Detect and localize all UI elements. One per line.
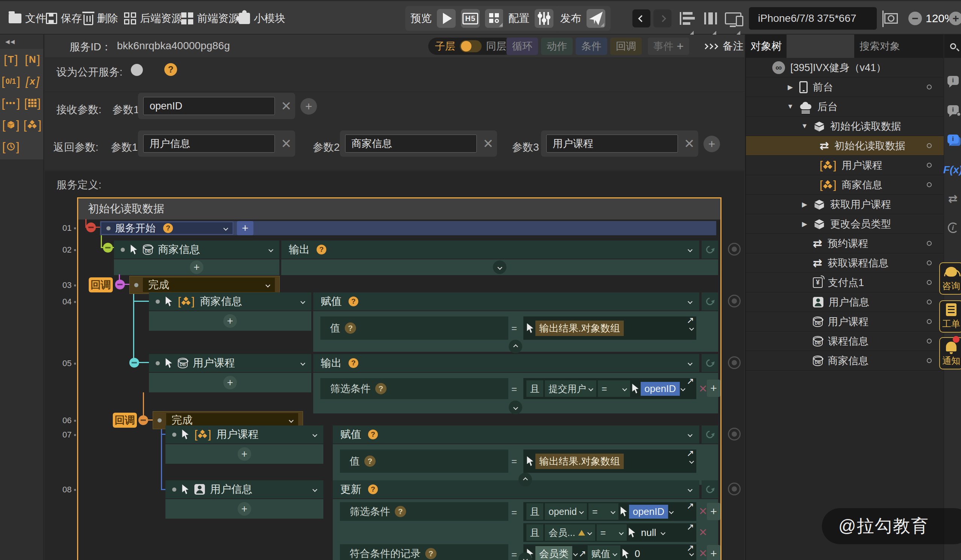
operation-block-output[interactable]: 输出 — [281, 241, 699, 258]
expand-editor-icon[interactable] — [686, 543, 694, 553]
chevron-down-icon[interactable] — [688, 487, 693, 492]
bound-value-pill[interactable]: null — [637, 526, 660, 540]
collapse-section-button[interactable] — [519, 473, 532, 486]
visibility-dot-icon[interactable] — [927, 241, 932, 246]
help-icon[interactable] — [349, 297, 358, 306]
expand-editor-icon[interactable] — [686, 315, 694, 326]
visibility-dot-icon[interactable] — [927, 143, 932, 148]
layout-columns-button[interactable] — [704, 1, 717, 36]
add-action-button[interactable]: + — [238, 502, 251, 516]
tree-item-pay-point[interactable]: ¥支付点1 — [746, 273, 944, 292]
undo-button[interactable] — [632, 10, 651, 27]
chevron-down-icon[interactable] — [688, 361, 693, 366]
condition-field-select[interactable]: openid — [545, 503, 587, 520]
sidebar-collapse-button[interactable]: ◀◀ — [0, 35, 43, 49]
breakpoint-target-icon[interactable] — [728, 356, 741, 369]
timer-icon[interactable] — [2, 141, 19, 152]
loop-refresh-button[interactable] — [702, 425, 718, 443]
expand-editor-icon[interactable] — [686, 521, 694, 532]
help-icon[interactable] — [345, 323, 356, 334]
tree-item-user-info-db[interactable]: 用户信息 — [746, 292, 944, 312]
expand-editor-icon[interactable] — [686, 448, 694, 459]
breakpoint-target-icon[interactable] — [728, 483, 741, 495]
chevron-down-icon[interactable] — [268, 247, 273, 252]
consult-button[interactable]: 咨询 — [939, 262, 961, 295]
target-block-merchant-info[interactable]: 商家信息 — [114, 241, 280, 258]
redo-button[interactable] — [654, 10, 672, 27]
remove-condition-icon[interactable]: ✕ — [699, 383, 707, 395]
target-block-user-course[interactable]: 用户课程 — [166, 425, 323, 443]
expand-down-icon[interactable]: ▼ — [801, 122, 808, 130]
help-icon[interactable] — [349, 358, 358, 368]
chevron-down-icon[interactable] — [688, 247, 693, 252]
tree-item-merchant-info-db[interactable]: 商家信息 — [746, 351, 944, 371]
operation-block-assign[interactable]: 赋值 — [313, 292, 699, 310]
condition-field-select[interactable]: 提交用户 — [545, 380, 596, 397]
remove-param-icon[interactable]: ✕ — [684, 137, 695, 150]
expand-section-button[interactable] — [493, 260, 506, 274]
add-action-button[interactable]: + — [223, 314, 237, 328]
help-icon[interactable] — [375, 383, 387, 394]
info-settings-button[interactable]: i — [948, 105, 959, 114]
collapse-node-row5[interactable] — [129, 358, 139, 367]
add-assign-button[interactable]: + — [707, 545, 720, 560]
chevron-down-icon[interactable] — [312, 432, 317, 437]
visibility-dot-icon[interactable] — [927, 260, 932, 265]
expand-down-icon[interactable]: ▼ — [787, 103, 794, 111]
value-field[interactable]: 输出结果.对象数组 — [523, 316, 696, 340]
tree-item-frontend[interactable]: ▶前台 — [746, 77, 944, 97]
help-icon[interactable] — [364, 456, 376, 467]
expand-editor-icon[interactable] — [686, 376, 694, 387]
tree-item-app[interactable]: ∞[395]IVX健身（v41） — [746, 58, 944, 77]
expand-editor-icon[interactable] — [579, 548, 586, 559]
add-return-param-button[interactable]: + — [704, 136, 720, 152]
event-add-button[interactable]: 事件+ — [648, 38, 689, 55]
expand-right-icon[interactable]: ▶ — [801, 220, 808, 228]
help-icon[interactable] — [164, 63, 177, 76]
notify-button[interactable]: 通知 — [939, 337, 961, 369]
array-1d-icon[interactable]: ••• — [2, 97, 20, 109]
return-param2-input[interactable] — [345, 135, 477, 152]
help-icon[interactable] — [395, 506, 406, 517]
remove-condition-icon[interactable]: ✕ — [699, 505, 707, 518]
collapse-node-callback2[interactable] — [138, 415, 148, 425]
config-button[interactable] — [535, 9, 553, 28]
version-info-button[interactable]: i — [948, 223, 958, 233]
return-param1-input[interactable] — [143, 135, 275, 152]
chevron-down-icon[interactable] — [573, 551, 578, 556]
expand-right-icon[interactable]: ▶ — [801, 200, 808, 209]
add-condition-button[interactable]: + — [707, 380, 720, 397]
add-receive-param-button[interactable]: + — [301, 98, 317, 115]
collapse-section-button[interactable] — [509, 340, 522, 353]
delete-button[interactable]: 删除 — [84, 1, 118, 36]
zoom-out-button[interactable]: − — [908, 1, 922, 36]
breakpoint-target-icon[interactable] — [728, 295, 741, 307]
help-icon[interactable] — [425, 548, 437, 559]
condition-button[interactable]: 条件 — [575, 38, 607, 55]
tree-item-book-course[interactable]: ⇄预约课程 — [746, 234, 944, 254]
loop-refresh-button[interactable] — [702, 292, 718, 310]
align-tool-button[interactable] — [680, 1, 695, 36]
tree-item-change-member-type[interactable]: ▶ 更改会员类型 — [746, 214, 944, 234]
remove-condition-icon[interactable]: ✕ — [699, 547, 707, 560]
remove-param-icon[interactable]: ✕ — [281, 99, 292, 112]
target-block-user-info[interactable]: 用户信息 — [166, 480, 323, 498]
help-icon[interactable] — [317, 245, 326, 254]
collapse-node-callback1[interactable] — [115, 280, 125, 289]
chevron-down-icon[interactable] — [223, 226, 228, 231]
frontend-resources-button[interactable]: 前端资源 — [181, 1, 239, 36]
remove-param-icon[interactable]: ✕ — [483, 137, 494, 150]
layer-toggle-switch[interactable] — [460, 40, 482, 52]
loop-refresh-button[interactable] — [702, 241, 718, 258]
visibility-dot-icon[interactable] — [927, 85, 932, 90]
return-param3-input[interactable] — [546, 135, 678, 152]
bound-value-pill[interactable]: 输出结果.对象数组 — [535, 321, 624, 336]
tree-item-get-course-info[interactable]: ⇄获取课程信息 — [746, 254, 944, 273]
add-step-button[interactable]: + — [237, 221, 254, 235]
operation-block-assign[interactable]: 赋值 — [333, 425, 699, 443]
chevron-down-icon[interactable] — [681, 387, 685, 391]
chevron-down-icon[interactable] — [289, 418, 294, 423]
file-button[interactable]: 文件 — [9, 1, 46, 36]
chevron-down-icon[interactable] — [301, 361, 305, 366]
zoom-in-button[interactable]: + — [949, 1, 961, 36]
